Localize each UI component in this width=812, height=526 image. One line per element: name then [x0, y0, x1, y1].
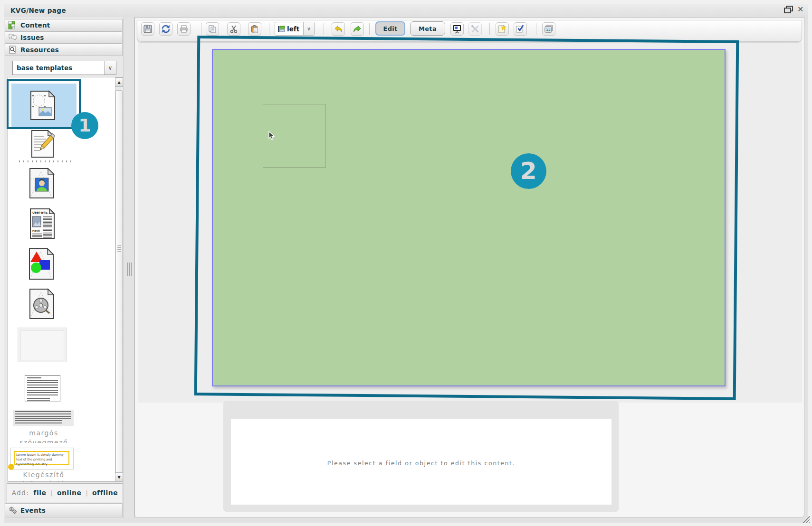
clipped-caption	[19, 160, 71, 163]
template-caption: margós	[1, 429, 86, 437]
template-newspaper-icon[interactable]: Ubbi trila. Havli	[29, 208, 56, 240]
add-file-link[interactable]: file	[33, 489, 46, 497]
save-icon	[143, 25, 152, 33]
presentation-screen-icon	[452, 24, 462, 34]
cut-button[interactable]	[227, 22, 240, 36]
print-icon	[180, 25, 188, 33]
add-label: Add:	[12, 489, 29, 497]
template-portrait-icon[interactable]	[28, 168, 56, 199]
align-value: left	[287, 25, 303, 33]
new-item-button[interactable]	[496, 22, 509, 36]
chevron-down-icon[interactable]: ∨	[303, 22, 314, 35]
meta-mode-button[interactable]: Meta	[410, 21, 445, 36]
page-star-icon	[497, 24, 507, 34]
sidebar-item-label: Resources	[20, 46, 59, 54]
toolbar-separator	[324, 23, 324, 35]
checkmark-icon	[516, 24, 525, 34]
chevron-down-icon: ∨	[104, 61, 116, 75]
template-text-edit-icon[interactable]	[30, 130, 55, 158]
redo-icon	[353, 25, 362, 33]
page-title: KVG/New page	[10, 7, 66, 14]
sidebar-item-label: Issues	[20, 34, 44, 41]
template-lorem-box[interactable]: Lorem Ipsum is simply dummy text of the …	[10, 448, 74, 470]
scroll-up-icon[interactable]: ▲	[115, 77, 123, 87]
redo-button[interactable]	[351, 22, 364, 36]
title-bar	[4, 4, 808, 18]
sidebar-item-label: Content	[20, 21, 50, 29]
add-template-row: Add: file | online | offline	[7, 483, 123, 502]
template-empty-box[interactable]	[18, 328, 67, 362]
save-button[interactable]	[141, 22, 154, 36]
toolbar-separator	[369, 23, 370, 35]
undo-icon	[334, 25, 343, 33]
toolbar-separator	[269, 23, 269, 35]
scrollbar-thumb-grip	[117, 245, 121, 253]
sidebar-item-resources[interactable]: Resources	[5, 44, 123, 56]
template-caption: Kiegészítő	[1, 471, 86, 479]
svg-text:Ubbi trila.: Ubbi trila.	[32, 211, 48, 214]
add-offline-link[interactable]: offline	[92, 489, 118, 497]
paste-button[interactable]	[248, 22, 261, 36]
templates-category-value: base templates	[17, 64, 104, 72]
print-button[interactable]	[177, 22, 191, 36]
sidebar-item-content[interactable]: Content	[5, 19, 123, 31]
template-media-icon[interactable]	[28, 288, 56, 319]
tools-button[interactable]	[468, 22, 482, 36]
svg-text:Havli: Havli	[32, 229, 40, 232]
close-icon[interactable]: ✕	[797, 6, 806, 13]
annotation-outline-2	[194, 36, 739, 400]
splitter-grip[interactable]	[127, 263, 133, 276]
events-gears-icon	[8, 506, 18, 515]
scroll-down-icon[interactable]: ▼	[115, 472, 123, 482]
add-online-link[interactable]: online	[57, 489, 82, 497]
images-icon	[544, 24, 554, 34]
scrollbar-thumb[interactable]	[115, 90, 123, 473]
separator: |	[51, 489, 53, 497]
toolbar-separator	[536, 23, 536, 35]
annotation-outline-1	[7, 79, 81, 129]
templates-category-select[interactable]: base templates ∨	[12, 61, 116, 75]
template-shapes-icon[interactable]	[27, 248, 56, 280]
separator: |	[86, 489, 88, 497]
refresh-icon	[161, 24, 171, 34]
toolbar-separator	[201, 23, 201, 35]
preview-button[interactable]	[450, 22, 464, 36]
restore-window-icon[interactable]	[784, 6, 793, 13]
sidebar-item-label: Events	[20, 507, 46, 514]
template-paragraph-block[interactable]	[13, 410, 74, 426]
copy-button[interactable]	[206, 22, 219, 36]
refresh-button[interactable]	[159, 22, 172, 36]
align-left-icon	[277, 25, 285, 33]
field-editor-message: Please select a field or object to edit …	[231, 460, 611, 467]
svg-text:?: ?	[13, 36, 15, 39]
template-text-page[interactable]	[25, 375, 60, 402]
template-caption-clipped: információ	[1, 480, 86, 482]
annotation-badge-1: 1	[71, 112, 98, 139]
annotation-badge-2: 2	[511, 153, 546, 189]
toolbar-separator	[489, 23, 490, 35]
edit-mode-button[interactable]: Edit	[375, 21, 405, 36]
sidebar-item-issues[interactable]: ? Issues	[5, 31, 123, 44]
issues-bubbles-icon: ?	[8, 33, 18, 42]
align-select[interactable]: left ∨	[275, 22, 315, 36]
cut-scissors-icon	[229, 25, 238, 33]
undo-button[interactable]	[332, 22, 345, 36]
lorem-highlight-frame: Lorem Ipsum is simply dummy text of the …	[14, 451, 69, 465]
approve-button[interactable]	[514, 22, 527, 36]
copy-icon	[208, 25, 217, 33]
template-caption-clipped: szövegmező	[1, 439, 86, 443]
lorem-anchor-dot	[8, 464, 14, 470]
resources-search-icon	[8, 46, 18, 54]
paste-clipboard-icon	[250, 25, 259, 33]
sidebar-item-events[interactable]: Events	[5, 503, 123, 517]
images-button[interactable]	[542, 22, 555, 36]
tools-icon	[470, 24, 480, 34]
restore-front-rect	[784, 8, 791, 13]
content-grid-icon	[8, 21, 18, 29]
